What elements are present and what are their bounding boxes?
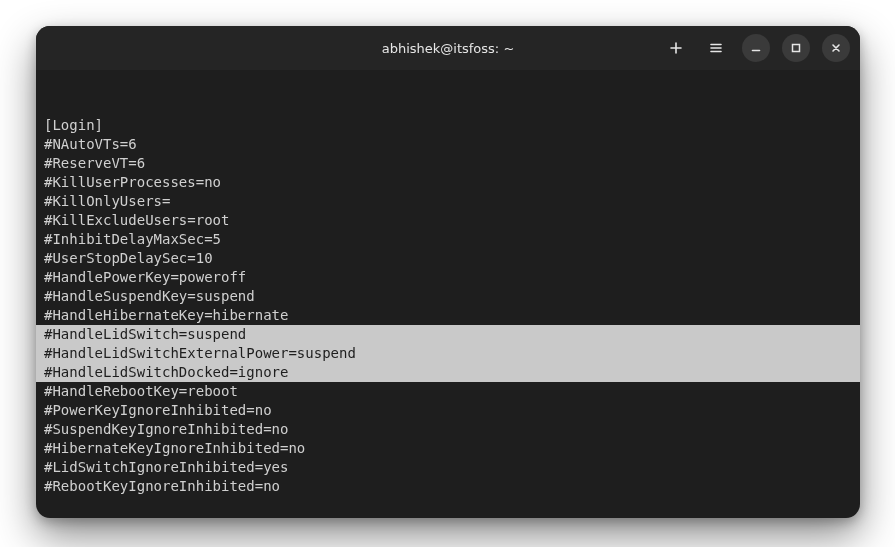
minimize-icon <box>749 41 763 55</box>
terminal-line: #KillUserProcesses=no <box>44 173 852 192</box>
terminal-window: abhishek@itsfoss: ~ <box>36 26 860 518</box>
terminal-line: #HandlePowerKey=poweroff <box>44 268 852 287</box>
terminal-line: #HandleSuspendKey=suspend <box>44 287 852 306</box>
terminal-line: [Login] <box>44 116 852 135</box>
terminal-line: #HandleRebootKey=reboot <box>44 382 852 401</box>
terminal-line: #KillExcludeUsers=root <box>44 211 852 230</box>
terminal-line: #HibernateKeyIgnoreInhibited=no <box>44 439 852 458</box>
maximize-icon <box>789 41 803 55</box>
terminal-line: #UserStopDelaySec=10 <box>44 249 852 268</box>
terminal-line: #SuspendKeyIgnoreInhibited=no <box>44 420 852 439</box>
terminal-line: #LidSwitchIgnoreInhibited=yes <box>44 458 852 477</box>
terminal-line: #KillOnlyUsers= <box>44 192 852 211</box>
terminal-line: #HandleLidSwitchDocked=ignore <box>36 363 860 382</box>
minimize-button[interactable] <box>742 34 770 62</box>
titlebar: abhishek@itsfoss: ~ <box>36 26 860 70</box>
terminal-line: #ReserveVT=6 <box>44 154 852 173</box>
new-tab-button[interactable] <box>662 34 690 62</box>
plus-icon <box>669 41 683 55</box>
terminal-line: #RebootKeyIgnoreInhibited=no <box>44 477 852 496</box>
terminal-line: #HandleLidSwitchExternalPower=suspend <box>36 344 860 363</box>
maximize-button[interactable] <box>782 34 810 62</box>
terminal-line: #InhibitDelayMaxSec=5 <box>44 230 852 249</box>
hamburger-icon <box>709 41 723 55</box>
close-icon <box>829 41 843 55</box>
menu-button[interactable] <box>702 34 730 62</box>
window-title: abhishek@itsfoss: ~ <box>382 41 515 56</box>
terminal-line: #NAutoVTs=6 <box>44 135 852 154</box>
close-button[interactable] <box>822 34 850 62</box>
terminal-line: #HandleLidSwitch=suspend <box>36 325 860 344</box>
titlebar-controls <box>662 34 850 62</box>
terminal-line: #HandleHibernateKey=hibernate <box>44 306 852 325</box>
terminal-content[interactable]: [Login]#NAutoVTs=6#ReserveVT=6#KillUserP… <box>36 70 860 496</box>
svg-rect-0 <box>793 45 800 52</box>
terminal-line: #PowerKeyIgnoreInhibited=no <box>44 401 852 420</box>
